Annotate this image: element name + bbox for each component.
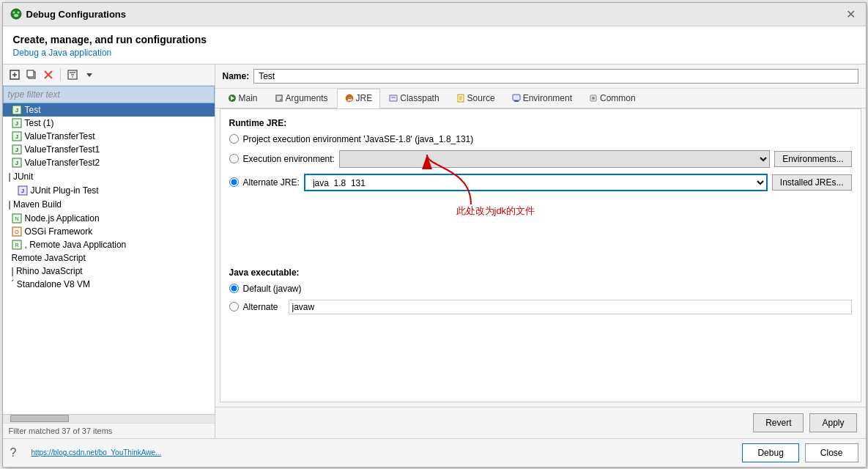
alternate-exec-input[interactable] bbox=[289, 300, 852, 314]
filter-count: Filter matched 37 of 37 items bbox=[3, 423, 215, 438]
help-icon[interactable]: ? bbox=[10, 446, 17, 459]
tab-main-label: Main bbox=[239, 93, 258, 103]
close-icon[interactable]: ✕ bbox=[843, 7, 858, 21]
remote-java-icon: R bbox=[12, 240, 22, 250]
tree-item-junit-plugin[interactable]: J JUnit Plug-in Test bbox=[3, 184, 215, 197]
environment-tab-icon bbox=[512, 94, 521, 103]
header-title: Create, manage, and run configurations bbox=[13, 34, 856, 45]
tree-item-test[interactable]: J Test bbox=[3, 103, 215, 117]
copy-config-button[interactable] bbox=[24, 67, 39, 82]
classpath-tab-icon bbox=[389, 94, 398, 103]
tree-item-label: ValueTransferTest1 bbox=[25, 144, 100, 155]
svg-point-1 bbox=[12, 12, 15, 14]
svg-point-51 bbox=[592, 97, 595, 100]
project-execution-row: Project execution environment 'JavaSE-1.… bbox=[229, 134, 852, 144]
tab-environment[interactable]: Environment bbox=[504, 89, 580, 108]
annotation-area: 此处改为jdk的文件 bbox=[229, 197, 852, 256]
name-label: Name: bbox=[223, 71, 250, 81]
dropdown-arrow-button[interactable] bbox=[82, 67, 97, 82]
java-executable-section: Java executable: Default (javaw) Alterna… bbox=[229, 267, 852, 314]
horizontal-scrollbar[interactable] bbox=[3, 414, 215, 423]
tree-item-remote-java[interactable]: R , Remote Java Application bbox=[3, 238, 215, 251]
alternate-exec-label: Alternate bbox=[243, 302, 278, 312]
svg-text:J: J bbox=[15, 147, 18, 153]
main-tab-icon bbox=[228, 94, 237, 103]
java-app-icon: J bbox=[12, 105, 22, 115]
revert-button[interactable]: Revert bbox=[753, 413, 804, 432]
tab-common[interactable]: Common bbox=[581, 89, 644, 108]
tree-category-junit[interactable]: | JUnit bbox=[3, 169, 215, 184]
close-dialog-button[interactable]: Close bbox=[805, 443, 858, 462]
config-tree: J Test J Test (1) J ValueTran bbox=[3, 103, 215, 414]
java-app-icon: J bbox=[12, 118, 22, 128]
delete-config-button[interactable] bbox=[41, 67, 56, 82]
svg-point-3 bbox=[14, 14, 18, 17]
tree-item-value-transfer-test2[interactable]: J ValueTransferTest2 bbox=[3, 156, 215, 169]
dialog-footer: ? https://blog.csdn.net/bo_YouThinkAwe..… bbox=[3, 438, 866, 467]
footer-link: https://blog.csdn.net/bo_YouThinkAwe... bbox=[31, 448, 161, 457]
svg-text:J: J bbox=[15, 160, 18, 166]
tab-jre-label: JRE bbox=[356, 93, 373, 103]
svg-text:J: J bbox=[15, 120, 18, 127]
alternate-jre-label: Alternate JRE: bbox=[243, 177, 300, 188]
tree-item-label: Test (1) bbox=[25, 118, 54, 128]
title-bar: Debug Configurations ✕ bbox=[3, 3, 866, 26]
installed-jres-button[interactable]: Installed JREs... bbox=[772, 174, 852, 191]
filter-input[interactable] bbox=[3, 86, 215, 103]
svg-marker-15 bbox=[86, 73, 92, 77]
annotation-text: 此处改为jdk的文件 bbox=[456, 204, 535, 218]
alternate-exec-radio[interactable] bbox=[229, 302, 239, 311]
nodejs-icon: N bbox=[12, 213, 22, 224]
java-app-icon: J bbox=[12, 131, 22, 141]
tree-item-rhino[interactable]: | Rhino JavaScript bbox=[3, 265, 215, 278]
runtime-jre-label: Runtime JRE: bbox=[229, 118, 852, 128]
execution-environment-radio[interactable] bbox=[229, 154, 239, 163]
environments-button[interactable]: Environments... bbox=[774, 151, 851, 167]
tab-arguments-label: Arguments bbox=[286, 93, 328, 103]
tab-classpath-label: Classpath bbox=[400, 93, 439, 103]
svg-text:J: J bbox=[15, 133, 18, 140]
header-subtitle: Debug a Java application bbox=[13, 48, 856, 58]
filter-button[interactable] bbox=[65, 67, 80, 82]
source-tab-icon bbox=[456, 94, 465, 103]
tree-item-label: ValueTransferTest bbox=[25, 131, 95, 141]
header-section: Create, manage, and run configurations D… bbox=[3, 26, 866, 64]
tree-item-osgi[interactable]: O OSGi Framework bbox=[3, 225, 215, 238]
name-row: Name: bbox=[215, 64, 866, 89]
horizontal-scrollbar-thumb[interactable] bbox=[10, 415, 69, 422]
tab-source[interactable]: Source bbox=[448, 89, 503, 108]
debug-button[interactable]: Debug bbox=[742, 443, 798, 462]
debug-icon bbox=[10, 8, 22, 20]
apply-button[interactable]: Apply bbox=[809, 413, 856, 432]
tree-item-test1[interactable]: J Test (1) bbox=[3, 117, 215, 130]
tree-item-label: Test bbox=[25, 105, 41, 115]
tree-category-maven[interactable]: | Maven Build bbox=[3, 197, 215, 212]
bottom-buttons: Revert Apply bbox=[215, 407, 866, 438]
arrow-annotation-svg bbox=[412, 153, 632, 212]
tree-item-standalone-v8[interactable]: ´ Standalone V8 VM bbox=[3, 278, 215, 291]
default-javaw-radio[interactable] bbox=[229, 284, 239, 293]
right-panel: Name: Main Arguments ☕ JRE bbox=[215, 64, 866, 438]
execution-environment-label: Execution environment: bbox=[243, 154, 335, 164]
svg-text:O: O bbox=[15, 229, 19, 234]
alternate-jre-radio[interactable] bbox=[229, 177, 239, 187]
new-config-button[interactable] bbox=[7, 67, 22, 82]
project-execution-radio[interactable] bbox=[229, 134, 239, 144]
tab-arguments[interactable]: Arguments bbox=[267, 89, 336, 108]
java-app-icon: J bbox=[12, 158, 22, 168]
tab-jre[interactable]: ☕ JRE bbox=[337, 89, 381, 108]
osgi-icon: O bbox=[12, 226, 22, 237]
arguments-tab-icon bbox=[275, 94, 283, 103]
tree-item-value-transfer-test1[interactable]: J ValueTransferTest1 bbox=[3, 143, 215, 156]
svg-text:R: R bbox=[15, 243, 18, 248]
tab-common-label: Common bbox=[600, 93, 636, 103]
tab-classpath[interactable]: Classpath bbox=[381, 89, 447, 108]
tree-item-value-transfer-test[interactable]: J ValueTransferTest bbox=[3, 130, 215, 143]
jre-tab-icon: ☕ bbox=[345, 94, 354, 103]
default-javaw-row: Default (javaw) bbox=[229, 284, 852, 294]
common-tab-icon bbox=[589, 94, 598, 103]
tab-main[interactable]: Main bbox=[220, 89, 266, 108]
name-input[interactable] bbox=[253, 69, 858, 84]
tree-item-remote-js[interactable]: Remote JavaScript bbox=[3, 251, 215, 265]
tree-item-nodejs[interactable]: N Node.js Application bbox=[3, 212, 215, 225]
